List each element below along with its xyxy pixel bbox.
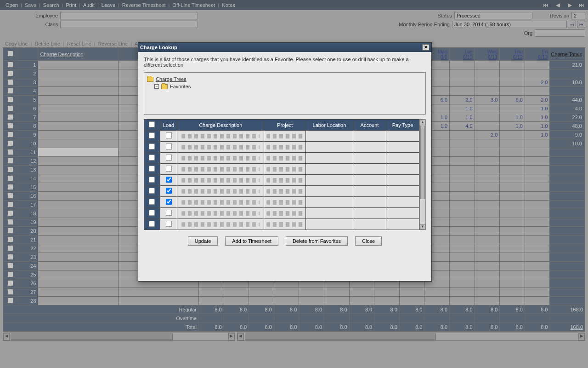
lookup-header-location[interactable]: Labor Location [306, 120, 353, 131]
lookup-row[interactable] [144, 208, 419, 219]
lookup-load-check[interactable] [165, 132, 172, 139]
lookup-header-project[interactable]: Project [264, 120, 306, 131]
lookup-load-check[interactable] [165, 221, 172, 227]
lookup-header-load[interactable]: Load [160, 120, 177, 131]
charge-tree: Charge Trees − Favorites [144, 72, 426, 115]
lookup-row[interactable] [144, 197, 419, 208]
lookup-paytype [386, 219, 419, 230]
lookup-account [353, 153, 386, 164]
lookup-load-check[interactable] [165, 177, 172, 183]
lookup-row-check[interactable] [149, 199, 155, 205]
lookup-location [306, 197, 353, 208]
lookup-project [264, 142, 306, 153]
lookup-header-check[interactable] [144, 120, 160, 131]
lookup-row-check[interactable] [149, 177, 155, 183]
dialog-titlebar[interactable]: Charge Lookup ✕ [138, 43, 431, 52]
lookup-location [306, 208, 353, 219]
lookup-row[interactable] [144, 131, 419, 142]
lookup-location [306, 131, 353, 142]
lookup-project [264, 186, 306, 197]
folder-icon [147, 77, 153, 82]
charge-lookup-dialog: Charge Lookup ✕ This is a list of those … [138, 42, 432, 282]
lookup-row-check[interactable] [149, 155, 155, 161]
lookup-desc [177, 131, 264, 142]
lookup-table: Load Charge Description Project Labor Lo… [144, 119, 419, 230]
dialog-instructions: This is a list of those charges that you… [144, 57, 426, 68]
lookup-location [306, 153, 353, 164]
lookup-row[interactable] [144, 175, 419, 186]
lookup-load-check[interactable] [165, 144, 172, 150]
lookup-account [353, 197, 386, 208]
timesheet-app: Open|Save|Search|Print|Audit|Leave|Rever… [0, 0, 588, 368]
tree-root[interactable]: Charge Trees [147, 75, 423, 83]
lookup-paytype [386, 208, 419, 219]
lookup-row-check[interactable] [149, 188, 155, 194]
lookup-paytype [386, 197, 419, 208]
lookup-row-check[interactable] [149, 132, 155, 139]
lookup-paytype [386, 164, 419, 175]
tree-root-label: Charge Trees [156, 75, 187, 83]
lookup-paytype [386, 186, 419, 197]
lookup-desc [177, 197, 264, 208]
lookup-account [353, 164, 386, 175]
lookup-account [353, 142, 386, 153]
collapse-icon[interactable]: − [154, 84, 159, 89]
lookup-project [264, 153, 306, 164]
lookup-load-check[interactable] [165, 199, 172, 205]
lookup-row-check[interactable] [149, 144, 155, 150]
lookup-account [353, 131, 386, 142]
lookup-row-check[interactable] [149, 166, 155, 172]
lookup-row-check[interactable] [149, 221, 155, 227]
tree-favorites[interactable]: − Favorites [154, 83, 423, 90]
lookup-desc [177, 142, 264, 153]
lookup-location [306, 186, 353, 197]
lookup-paytype [386, 142, 419, 153]
lookup-desc [177, 153, 264, 164]
lookup-load-check[interactable] [165, 155, 172, 161]
close-button[interactable]: Close [355, 236, 382, 246]
lookup-location [306, 142, 353, 153]
lookup-load-check[interactable] [165, 210, 172, 216]
lookup-row-check[interactable] [149, 210, 155, 216]
lookup-header-desc[interactable]: Charge Description [177, 120, 264, 131]
delete-from-favorites-button[interactable]: Delete from Favorites [286, 236, 348, 246]
lookup-project [264, 131, 306, 142]
dialog-close-button[interactable]: ✕ [422, 44, 430, 51]
lookup-location [306, 175, 353, 186]
add-to-timesheet-button[interactable]: Add to Timesheet [225, 236, 278, 246]
lookup-account [353, 208, 386, 219]
lookup-account [353, 175, 386, 186]
lookup-desc [177, 186, 264, 197]
lookup-project [264, 175, 306, 186]
dialog-buttons: Update Add to Timesheet Delete from Favo… [144, 236, 426, 246]
lookup-header-account[interactable]: Account [353, 120, 386, 131]
tree-fav-label: Favorites [170, 83, 191, 90]
lookup-project [264, 208, 306, 219]
folder-icon [161, 84, 168, 89]
lookup-row[interactable] [144, 219, 419, 230]
lookup-desc [177, 208, 264, 219]
lookup-row[interactable] [144, 186, 419, 197]
lookup-table-wrap: Load Charge Description Project Labor Lo… [144, 119, 426, 230]
lookup-row[interactable] [144, 142, 419, 153]
lookup-desc [177, 219, 264, 230]
lookup-header-paytype[interactable]: Pay Type [386, 120, 419, 131]
lookup-project [264, 219, 306, 230]
update-button[interactable]: Update [188, 236, 218, 246]
dialog-title: Charge Lookup [140, 45, 177, 50]
lookup-desc [177, 175, 264, 186]
lookup-paytype [386, 153, 419, 164]
lookup-desc [177, 164, 264, 175]
lookup-account [353, 186, 386, 197]
lookup-row[interactable] [144, 153, 419, 164]
lookup-row[interactable] [144, 164, 419, 175]
lookup-paytype [386, 131, 419, 142]
lookup-location [306, 164, 353, 175]
lookup-vscrollbar[interactable]: ▲ ▼ [419, 119, 426, 230]
lookup-load-check[interactable] [165, 166, 172, 172]
lookup-project [264, 197, 306, 208]
lookup-paytype [386, 175, 419, 186]
lookup-account [353, 219, 386, 230]
lookup-location [306, 219, 353, 230]
lookup-load-check[interactable] [165, 188, 172, 194]
